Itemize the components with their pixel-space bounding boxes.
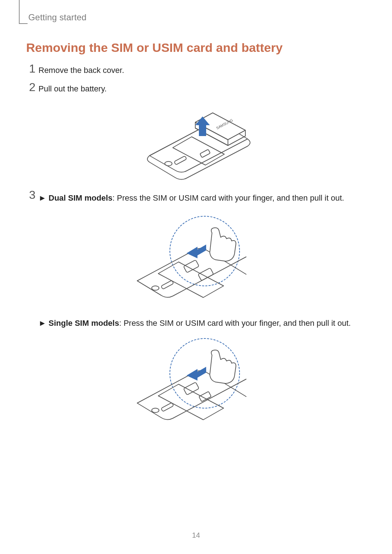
running-header: Getting started (28, 12, 86, 22)
svg-point-0 (165, 161, 172, 166)
step-number: 2 (26, 81, 38, 93)
step-number: 1 (26, 63, 38, 74)
step-1: 1 Remove the back cover. (26, 64, 367, 76)
crop-mark (19, 0, 28, 24)
step-text: : Press the SIM or USIM card with your f… (113, 193, 344, 202)
svg-rect-15 (199, 391, 211, 402)
svg-rect-1 (174, 156, 187, 165)
svg-rect-9 (198, 268, 214, 280)
step-text: Pull out the battery. (38, 83, 367, 95)
step-2: 2 Pull out the battery. (26, 83, 367, 95)
model-label: Dual SIM models (49, 193, 113, 202)
model-label: Single SIM models (49, 319, 119, 328)
step-number: 3 (26, 189, 38, 201)
step-text: : Press the SIM or USIM card with your f… (119, 319, 351, 328)
step-3b: ►Single SIM models: Press the SIM or USI… (38, 317, 367, 329)
svg-marker-10 (187, 245, 206, 258)
svg-rect-4 (200, 149, 211, 158)
step-text: Remove the back cover. (38, 64, 367, 76)
svg-point-12 (152, 408, 159, 413)
bullet-triangle-icon: ► (38, 192, 46, 204)
single-sim-removal-illustration (121, 336, 273, 430)
svg-marker-16 (187, 367, 206, 381)
svg-rect-7 (161, 280, 174, 290)
step-3a: ►Dual SIM models: Press the SIM or USIM … (38, 192, 367, 204)
svg-rect-13 (161, 403, 174, 412)
svg-rect-8 (184, 260, 199, 272)
svg-rect-14 (184, 382, 199, 395)
step-3: 3 ►Dual SIM models: Press the SIM or USI… (26, 190, 367, 207)
svg-point-6 (152, 286, 159, 290)
main-content: Removing the SIM or USIM card and batter… (26, 36, 367, 439)
bullet-triangle-icon: ► (38, 317, 46, 329)
page-number: 14 (0, 531, 392, 539)
dual-sim-removal-illustration (121, 213, 273, 308)
section-title: Removing the SIM or USIM card and batter… (26, 41, 367, 55)
battery-removal-illustration: SAMSUNG (128, 101, 266, 181)
